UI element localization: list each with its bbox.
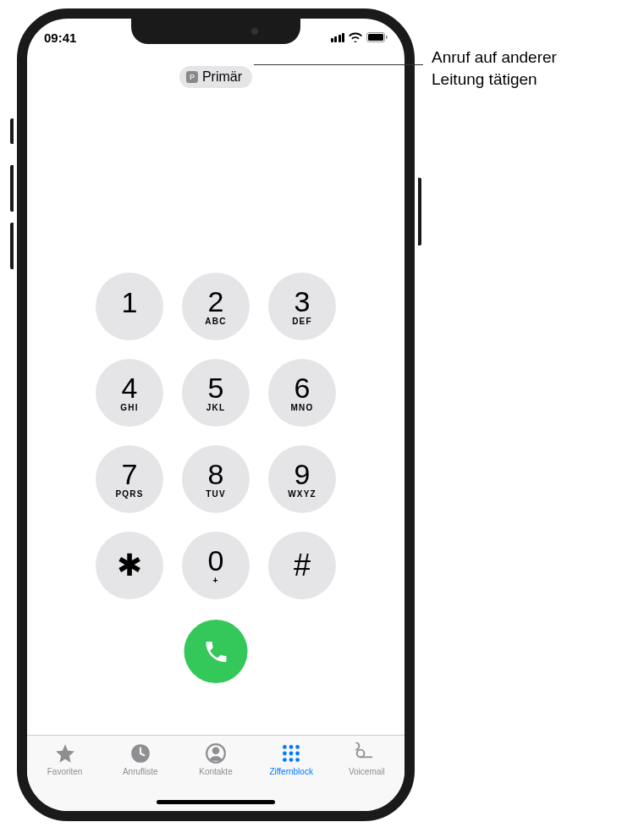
key-2[interactable]: 2 ABC	[182, 273, 250, 340]
key-3[interactable]: 3 DEF	[268, 273, 336, 340]
status-time: 09:41	[44, 30, 95, 45]
key-6[interactable]: 6 MNO	[268, 359, 336, 427]
contact-icon	[205, 742, 227, 764]
callout-text: Anruf auf anderer Leitung tätigen	[432, 47, 557, 90]
keypad: 1 2 ABC 3 DEF 4 GHI 5 JKL 6 MNO 7 PQRS 8	[96, 273, 336, 599]
signal-icon	[331, 33, 345, 42]
key-pound[interactable]: #	[268, 532, 336, 599]
svg-rect-2	[386, 36, 388, 39]
key-4[interactable]: 4 GHI	[96, 359, 163, 427]
battery-icon	[366, 32, 388, 42]
tab-favorites[interactable]: Favoriten	[31, 742, 99, 811]
tab-label: Ziffernblock	[269, 767, 313, 776]
key-1[interactable]: 1	[96, 273, 163, 340]
key-9[interactable]: 9 WXYZ	[268, 445, 336, 513]
key-5[interactable]: 5 JKL	[182, 359, 250, 427]
key-8[interactable]: 8 TUV	[182, 445, 250, 513]
svg-point-7	[289, 745, 294, 749]
line-selector-pill[interactable]: P Primär	[179, 66, 252, 88]
svg-point-5	[213, 748, 219, 754]
svg-point-10	[289, 752, 294, 756]
phone-frame: 09:41 P Primär 1 2 ABC 3 DEF	[17, 8, 415, 821]
svg-point-14	[295, 758, 300, 762]
key-0[interactable]: 0 +	[182, 532, 250, 599]
callout-line	[254, 64, 423, 65]
tab-label: Favoriten	[47, 767, 83, 776]
svg-point-13	[289, 758, 294, 762]
phone-notch	[131, 19, 300, 44]
svg-point-9	[283, 752, 287, 756]
line-badge: P	[186, 71, 198, 83]
clock-icon	[129, 742, 151, 764]
line-label: Primär	[202, 69, 242, 85]
tab-label: Anrufliste	[123, 767, 158, 776]
tab-voicemail[interactable]: Voicemail	[333, 742, 400, 811]
svg-point-15	[357, 750, 365, 758]
svg-point-11	[295, 752, 300, 756]
svg-point-6	[283, 745, 287, 749]
key-7[interactable]: 7 PQRS	[96, 445, 163, 513]
home-indicator[interactable]	[157, 800, 275, 804]
call-button[interactable]	[184, 620, 248, 683]
keypad-icon	[280, 742, 302, 764]
svg-point-8	[295, 745, 300, 749]
key-star[interactable]: ✱	[96, 532, 163, 599]
tab-label: Kontakte	[199, 767, 232, 776]
svg-point-12	[283, 758, 287, 762]
svg-point-16	[355, 742, 359, 750]
voicemail-icon	[355, 742, 377, 764]
svg-rect-1	[368, 34, 383, 41]
phone-icon	[202, 638, 229, 665]
star-icon	[54, 742, 76, 764]
tab-label: Voicemail	[349, 767, 385, 776]
wifi-icon	[349, 32, 362, 42]
